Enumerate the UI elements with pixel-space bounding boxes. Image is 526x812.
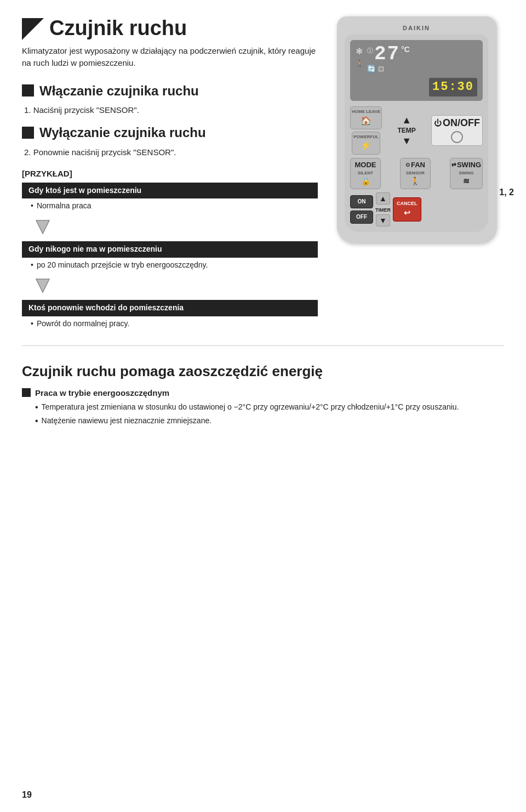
remote-row1: HOME LEAVE 🏠 POWERFUL ⚡ ▲ TEMP ▼ [350, 106, 483, 154]
step-label-12: 1, 2 [499, 186, 514, 198]
svg-marker-1 [36, 279, 49, 292]
scenario1-item-text: Normalna praca [37, 201, 92, 212]
temp-label: TEMP [397, 126, 415, 135]
swing-icon: ≋ [463, 176, 470, 187]
screen-temp-unit: °C [401, 44, 410, 55]
section1-heading: Włączanie czujnika ruchu [39, 82, 199, 100]
mode-icon: 🔒 [361, 176, 370, 187]
bottom-heading: Czujnik ruchu pomaga zaoszczędzić energi… [22, 361, 504, 381]
bottom-subheading: Praca w trybie energooszczędnym [35, 387, 169, 399]
powerful-label: POWERFUL [353, 134, 379, 140]
onoff-label: ON/OFF [443, 118, 480, 129]
section2-bullet [22, 127, 34, 139]
bottom-section: Czujnik ruchu pomaga zaoszczędzić energi… [22, 361, 504, 427]
remote-control-container: DAIKIN ❄ 🚶 Ⓘ 27 °C [329, 16, 504, 243]
scenario2-item-text: po 20 minutach przejście w tryb energoos… [37, 260, 208, 271]
temp-up-button[interactable]: ▲ [402, 115, 411, 125]
bottom-item-2: Natężenie nawiewu jest nieznacznie zmnie… [35, 416, 504, 427]
scenario3-item-text: Powrót do normalnej pracy. [37, 319, 129, 330]
sensor-icon: 🚶 [410, 176, 420, 187]
section1-step1: 1. Naciśnij przycisk "SENSOR". [24, 104, 318, 116]
example-label: [PRZYKŁAD] [22, 168, 318, 179]
powerful-button[interactable]: POWERFUL ⚡ [352, 132, 380, 155]
svg-marker-0 [36, 220, 49, 234]
scenario2-bullet-dot: • [31, 260, 33, 271]
section1-bullet [22, 84, 34, 96]
bottom-item-1: Temperatura jest zmieniana w stosunku do… [35, 402, 504, 413]
person-icon: 🚶 [356, 59, 364, 69]
arrow-down-2 [33, 277, 318, 297]
power-icon: ⏻ [434, 118, 442, 129]
bottom-bullet [22, 388, 31, 397]
remote-control: DAIKIN ❄ 🚶 Ⓘ 27 °C [337, 16, 496, 243]
timer-down-button[interactable]: ▼ [376, 214, 390, 226]
arrow-down-1 [33, 218, 318, 238]
cancel-button[interactable]: CANCEL ↩ [393, 197, 421, 222]
snowflake-icon: ❄ [356, 46, 364, 58]
scenario2-item: • po 20 minutach przejście w tryb energo… [31, 260, 318, 271]
bottom-list: Temperatura jest zmieniana w stosunku do… [35, 402, 504, 427]
timer-arrows: ▲ TIMER ▼ [375, 192, 391, 227]
swing-top-label: SWING [457, 160, 481, 170]
scenario1-bullet-dot: • [31, 201, 33, 212]
fan-sensor-button[interactable]: ⊙ FAN SENSOR 🚶 [400, 158, 431, 189]
home-leave-button[interactable]: HOME LEAVE 🏠 [350, 106, 382, 129]
screen-icon-3: ⊡ [378, 64, 384, 74]
off-button[interactable]: OFF [350, 211, 373, 224]
bottom-item2-text: Natężenie nawiewu jest nieznacznie zmnie… [42, 416, 212, 427]
home-leave-label: HOME LEAVE [352, 109, 380, 115]
on-button[interactable]: ON [350, 195, 373, 208]
scenario2-box: Gdy nikogo nie ma w pomieszczeniu [22, 241, 318, 258]
remote-screen: ❄ 🚶 Ⓘ 27 °C 🔄 ⊡ [350, 40, 483, 101]
onoff-button[interactable]: ⏻ ON/OFF [431, 115, 483, 146]
screen-temp-value: 27 [374, 44, 400, 64]
timer-up-button[interactable]: ▲ [376, 192, 390, 205]
timer-section: ON OFF ▲ TIMER ▼ CANCEL ↩ [350, 192, 483, 227]
bottom-item1-text: Temperatura jest zmieniana w stosunku do… [42, 402, 459, 413]
cancel-label: CANCEL [397, 200, 418, 207]
screen-time: 15:30 [429, 78, 477, 97]
scenario1-box: Gdy ktoś jest w pomieszczeniu [22, 183, 318, 199]
section2-step1: 2. Ponownie naciśnij przycisk "SENSOR". [24, 146, 318, 158]
scenario3-item: • Powrót do normalnej pracy. [31, 319, 318, 330]
scenario3-bullet-dot: • [31, 319, 33, 330]
sensor-label: SENSOR [406, 170, 425, 176]
section2-heading: Wyłączanie czujnika ruchu [39, 123, 206, 142]
silent-label: SILENT [358, 170, 373, 176]
scenario3-box: Ktoś ponownie wchodzi do pomieszczenia [22, 300, 318, 316]
mode-silent-button[interactable]: MODE SILENT 🔒 [350, 158, 381, 189]
temp-down-button[interactable]: ▼ [402, 136, 411, 146]
divider [22, 345, 504, 346]
fan-label: FAN [411, 160, 425, 170]
screen-icon-2: 🔄 [367, 64, 376, 74]
scenario1-item: • Normalna praca [31, 201, 318, 212]
swing-bottom-label: SWING [459, 170, 473, 176]
swing-button[interactable]: ⇄ SWING SWING ≋ [450, 158, 483, 189]
daikin-logo: DAIKIN [345, 24, 488, 32]
circle-icon: Ⓘ [367, 47, 373, 55]
cancel-icon: ↩ [397, 208, 418, 219]
timer-label: TIMER [375, 207, 391, 214]
page-title: Czujnik ruchu [49, 16, 187, 41]
swing-arrows-icon: ⇄ [451, 161, 456, 169]
fan-icon: ⊙ [405, 161, 410, 169]
home-icon: 🏠 [361, 115, 371, 127]
mode-label: MODE [355, 160, 376, 170]
page-number: 19 [22, 789, 32, 801]
intro-text: Klimatyzator jest wyposażony w działając… [22, 45, 318, 70]
lightning-icon: ⚡ [361, 140, 371, 152]
remote-row2: MODE SILENT 🔒 ⊙ FAN SENSOR 🚶 [350, 158, 483, 189]
temp-column: ▲ TEMP ▼ [397, 115, 415, 146]
triangle-decoration [22, 18, 44, 40]
